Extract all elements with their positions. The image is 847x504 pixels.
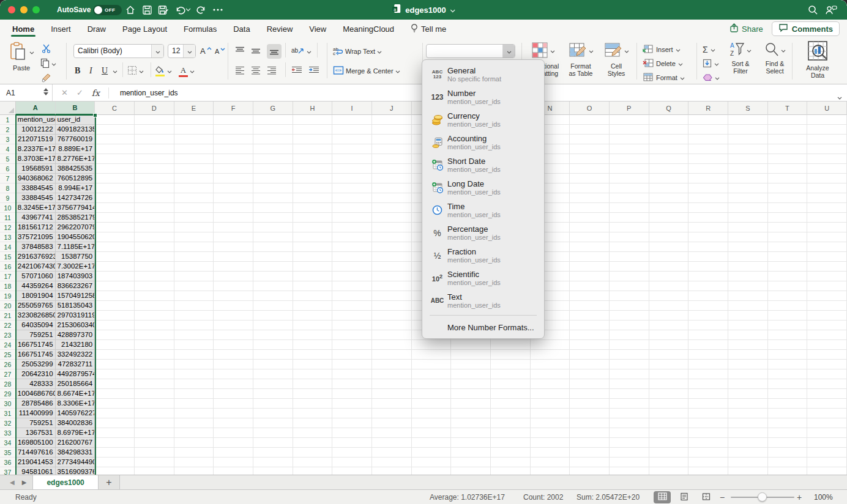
- number-format-dropdown-button[interactable]: [502, 45, 515, 57]
- cell-e4[interactable]: [174, 144, 214, 154]
- cell-g17[interactable]: [253, 272, 293, 281]
- cell-p1[interactable]: [610, 115, 649, 125]
- cell-f25[interactable]: [214, 350, 253, 360]
- align-bottom-button[interactable]: [267, 44, 282, 59]
- cell-b14[interactable]: 7.1185E+17: [56, 242, 95, 252]
- cell-h10[interactable]: [293, 203, 333, 213]
- tab-data[interactable]: Data: [233, 20, 250, 38]
- cell-j4[interactable]: [372, 144, 412, 154]
- underline-button[interactable]: U: [102, 64, 108, 78]
- cell-p6[interactable]: [610, 164, 649, 174]
- tab-home[interactable]: Home: [12, 20, 34, 38]
- cell-s30[interactable]: [728, 399, 768, 409]
- cell-h21[interactable]: [293, 311, 333, 321]
- cell-l37[interactable]: [451, 467, 491, 475]
- cell-b18[interactable]: 836623267: [56, 281, 95, 291]
- fill-button[interactable]: [703, 57, 719, 70]
- cell-q1[interactable]: [649, 115, 689, 125]
- cell-o29[interactable]: [570, 389, 610, 399]
- cell-l32[interactable]: [451, 418, 491, 428]
- cell-u28[interactable]: [807, 379, 847, 389]
- cell-r1[interactable]: [688, 115, 728, 125]
- column-header-t[interactable]: T: [768, 102, 808, 115]
- cell-e28[interactable]: [174, 379, 214, 389]
- cell-r12[interactable]: [688, 223, 728, 232]
- cell-s29[interactable]: [728, 389, 768, 399]
- cell-q21[interactable]: [649, 311, 689, 321]
- zoom-level[interactable]: 100%: [814, 490, 833, 504]
- cell-j14[interactable]: [372, 242, 412, 252]
- cell-u34[interactable]: [807, 438, 847, 448]
- cell-t24[interactable]: [768, 340, 808, 350]
- cell-l36[interactable]: [451, 458, 491, 467]
- column-header-h[interactable]: H: [293, 102, 333, 115]
- confirm-entry-icon[interactable]: ✓: [76, 88, 83, 97]
- cell-e20[interactable]: [174, 301, 214, 311]
- cell-r10[interactable]: [688, 203, 728, 213]
- cell-s20[interactable]: [728, 301, 768, 311]
- cell-q14[interactable]: [649, 242, 689, 252]
- row-header-30[interactable]: 30: [0, 399, 16, 409]
- name-box[interactable]: A1: [0, 84, 53, 101]
- normal-view-button[interactable]: [654, 491, 671, 503]
- cell-i15[interactable]: [332, 252, 372, 262]
- font-color-button[interactable]: A: [179, 64, 195, 78]
- cell-g30[interactable]: [253, 399, 293, 409]
- cell-r27[interactable]: [688, 369, 728, 379]
- cell-a11[interactable]: 43967741: [16, 213, 56, 223]
- cell-r15[interactable]: [688, 252, 728, 262]
- cell-a10[interactable]: 8.3245E+17: [16, 203, 56, 213]
- cell-e9[interactable]: [174, 193, 214, 203]
- cell-o27[interactable]: [570, 369, 610, 379]
- cell-i19[interactable]: [332, 291, 372, 301]
- cell-g37[interactable]: [253, 467, 293, 475]
- cell-u20[interactable]: [807, 301, 847, 311]
- italic-button[interactable]: I: [89, 64, 92, 78]
- cell-a30[interactable]: 28785486: [16, 399, 56, 409]
- cell-i24[interactable]: [332, 340, 372, 350]
- cell-j15[interactable]: [372, 252, 412, 262]
- cell-s3[interactable]: [728, 135, 768, 144]
- column-header-u[interactable]: U: [807, 102, 847, 115]
- cell-t22[interactable]: [768, 321, 808, 330]
- cell-h8[interactable]: [293, 183, 333, 193]
- cell-q30[interactable]: [649, 399, 689, 409]
- cell-o12[interactable]: [570, 223, 610, 232]
- cell-t21[interactable]: [768, 311, 808, 321]
- menu-item-number[interactable]: 123Numbermention_user_ids: [422, 86, 544, 108]
- cell-t36[interactable]: [768, 458, 808, 467]
- cell-o7[interactable]: [570, 174, 610, 183]
- cell-q2[interactable]: [649, 125, 689, 135]
- cancel-entry-icon[interactable]: ✕: [61, 88, 68, 97]
- cell-o11[interactable]: [570, 213, 610, 223]
- select-all-corner[interactable]: [0, 102, 16, 115]
- cell-f28[interactable]: [214, 379, 253, 389]
- cell-d7[interactable]: [135, 174, 174, 183]
- cell-r26[interactable]: [688, 360, 728, 369]
- cell-s36[interactable]: [728, 458, 768, 467]
- cell-t31[interactable]: [768, 409, 808, 418]
- cell-n37[interactable]: [531, 467, 570, 475]
- cell-u11[interactable]: [807, 213, 847, 223]
- merge-center-button[interactable]: Merge & Center: [333, 64, 400, 78]
- cell-r4[interactable]: [688, 144, 728, 154]
- font-name-select[interactable]: Calibri (Body): [73, 44, 164, 58]
- prev-sheet-icon[interactable]: ◀: [10, 479, 15, 486]
- cell-j20[interactable]: [372, 301, 412, 311]
- cell-s16[interactable]: [728, 262, 768, 272]
- cell-b26[interactable]: 472832711: [56, 360, 95, 369]
- cell-o5[interactable]: [570, 154, 610, 164]
- cell-q9[interactable]: [649, 193, 689, 203]
- cell-e14[interactable]: [174, 242, 214, 252]
- cell-h23[interactable]: [293, 330, 333, 340]
- cell-e30[interactable]: [174, 399, 214, 409]
- cell-q24[interactable]: [649, 340, 689, 350]
- cell-e11[interactable]: [174, 213, 214, 223]
- cell-t8[interactable]: [768, 183, 808, 193]
- cell-q32[interactable]: [649, 418, 689, 428]
- cell-u17[interactable]: [807, 272, 847, 281]
- cell-s26[interactable]: [728, 360, 768, 369]
- cell-i1[interactable]: [332, 115, 372, 125]
- cell-b10[interactable]: 3756779414: [56, 203, 95, 213]
- cell-t33[interactable]: [768, 428, 808, 438]
